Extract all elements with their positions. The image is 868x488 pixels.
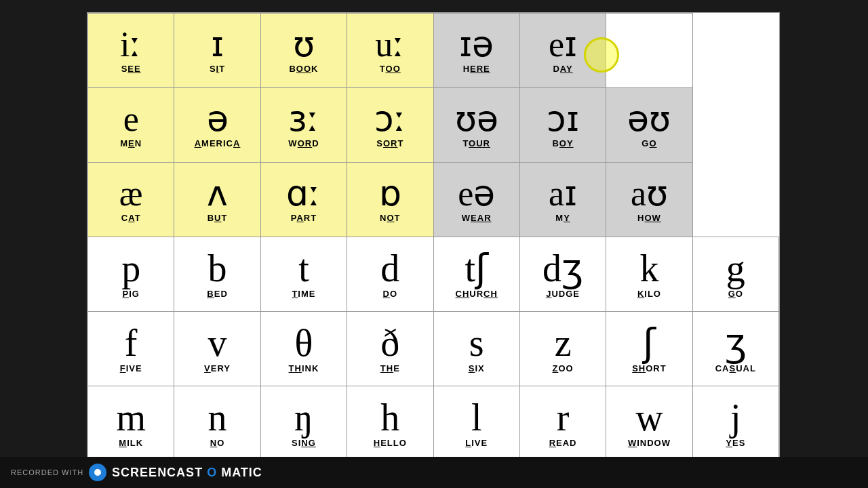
word-label: TOO (380, 64, 401, 74)
ipa-symbol: p (121, 249, 140, 287)
word-label: YES (726, 438, 745, 448)
cell-hello: h HELLO (347, 386, 433, 461)
word-label: BED (207, 289, 227, 299)
ipa-symbol: eɪ (549, 27, 577, 62)
brand-label: SCREENCAST O MATIC (112, 466, 262, 480)
consonant-row-3: m MILK n NO ŋ SING (88, 386, 779, 461)
cell-short: ʃ SHORT (606, 312, 692, 386)
word-label: FIVE (120, 363, 142, 373)
word-label: SIX (469, 363, 485, 373)
cell-go-consonant: g GO (692, 237, 778, 312)
cell-five: f FIVE (88, 312, 174, 386)
cell-not: ɒ NOT (347, 163, 433, 237)
cell-casual: ʒ CASUAL (692, 312, 778, 386)
ipa-symbol: ə (207, 102, 229, 137)
cell-zoo: z ZOO (519, 312, 606, 386)
ipa-symbol: ʒ (725, 324, 747, 362)
cell-sort: ɔː SORT (347, 88, 433, 163)
word-label: ZOO (552, 363, 573, 373)
word-label: READ (549, 438, 577, 448)
ipa-symbol: ð (380, 324, 399, 362)
word-label: VERY (204, 363, 231, 373)
ipa-symbol: aɪ (549, 176, 577, 211)
cell-part: ɑː PART (260, 163, 347, 237)
ipa-symbol: s (469, 324, 484, 362)
word-label: GO (642, 138, 656, 148)
cell-but: ʌ BUT (174, 163, 260, 237)
ipa-symbol: l (471, 399, 482, 436)
cell-pig: p PIG (88, 237, 174, 312)
ipa-symbol: uː (375, 27, 405, 62)
word-label: WINDOW (628, 438, 671, 448)
word-label: SIT (210, 64, 225, 74)
ipa-symbol: ɒ (379, 176, 401, 211)
word-label: CASUAL (715, 363, 756, 373)
cell-men: e MEN (88, 88, 174, 163)
ipa-symbol: f (125, 324, 138, 362)
word-label: PIG (122, 289, 139, 299)
cell-america: ə AMERICA (174, 88, 260, 163)
ipa-symbol: θ (295, 324, 313, 362)
word-label: TIME (292, 289, 315, 299)
cell-cat: æ CAT (88, 163, 174, 237)
ipa-symbol: ʊ (293, 27, 315, 62)
cell-milk: m MILK (88, 386, 174, 461)
cell-here: ɪə HERE (433, 14, 519, 88)
ipa-symbol: ɑː (286, 176, 321, 211)
cell-day: eɪ DAY (519, 14, 606, 88)
word-label: DAY (553, 64, 572, 74)
ipa-symbol: b (208, 249, 227, 287)
cell-sit: ɪ SIT (174, 14, 260, 88)
ipa-symbol: d (380, 249, 399, 287)
word-label: BOOK (289, 64, 318, 74)
word-label: BUT (208, 213, 228, 223)
word-label: MILK (119, 438, 143, 448)
cell-read: r READ (519, 386, 606, 461)
word-label: PART (291, 213, 317, 223)
cell-see: iː SEE (88, 14, 174, 88)
cell-tour: ʊə TOUR (433, 88, 519, 163)
ipa-symbol: z (555, 324, 572, 362)
ipa-symbol: g (726, 249, 745, 287)
cell-think: θ THINK (260, 312, 347, 386)
word-label: NOT (380, 213, 400, 223)
cell-boy: ɔɪ BOY (519, 88, 606, 163)
consonant-row-2: f FIVE v VERY θ THINK (88, 312, 779, 386)
ipa-symbol: ɪ (211, 27, 224, 62)
cell-word: ɜː WORD (260, 88, 347, 163)
word-label: LIVE (465, 438, 488, 448)
word-label: SORT (376, 138, 403, 148)
cell-very: v VERY (174, 312, 260, 386)
ipa-symbol: t (298, 249, 309, 287)
cell-church: tʃ CHURCH (433, 237, 519, 312)
word-label: MEN (120, 138, 142, 148)
cell-how: aʊ HOW (606, 163, 692, 237)
ipa-symbol: r (557, 399, 570, 436)
cell-judge: dʒ JUDGE (519, 237, 606, 312)
ipa-symbol: ɔɪ (547, 102, 579, 137)
cell-empty (606, 14, 692, 88)
ipa-symbol: ɔː (374, 102, 406, 137)
ipa-symbol: ʌ (207, 176, 228, 211)
cell-the: ð THE (347, 312, 433, 386)
ipa-symbol: k (639, 249, 658, 287)
word-label: KILO (637, 289, 661, 299)
cell-book: ʊ BOOK (260, 14, 347, 88)
word-label: JUDGE (546, 289, 580, 299)
recorded-with-label: RECORDED WITH (11, 468, 83, 476)
ipa-symbol: ʃ (643, 324, 656, 362)
word-label: HELLO (374, 438, 407, 448)
cell-yes: j YES (692, 386, 778, 461)
word-label: HOW (637, 213, 661, 223)
cell-no: n NO (174, 386, 260, 461)
ipa-symbol: m (116, 399, 146, 436)
ipa-symbol: e (123, 102, 139, 137)
word-label: CAT (121, 213, 141, 223)
word-label: SING (292, 438, 316, 448)
ipa-symbol: aʊ (631, 176, 668, 211)
ipa-symbol: dʒ (542, 249, 583, 287)
ipa-chart: iː SEE ɪ SIT ʊ BOOK (87, 13, 779, 461)
cell-go-diphthong: əʊ GO (606, 88, 692, 163)
vowel-row-2: e MEN ə AMERICA ɜː WORD (88, 88, 779, 163)
ipa-symbol: h (380, 399, 399, 436)
